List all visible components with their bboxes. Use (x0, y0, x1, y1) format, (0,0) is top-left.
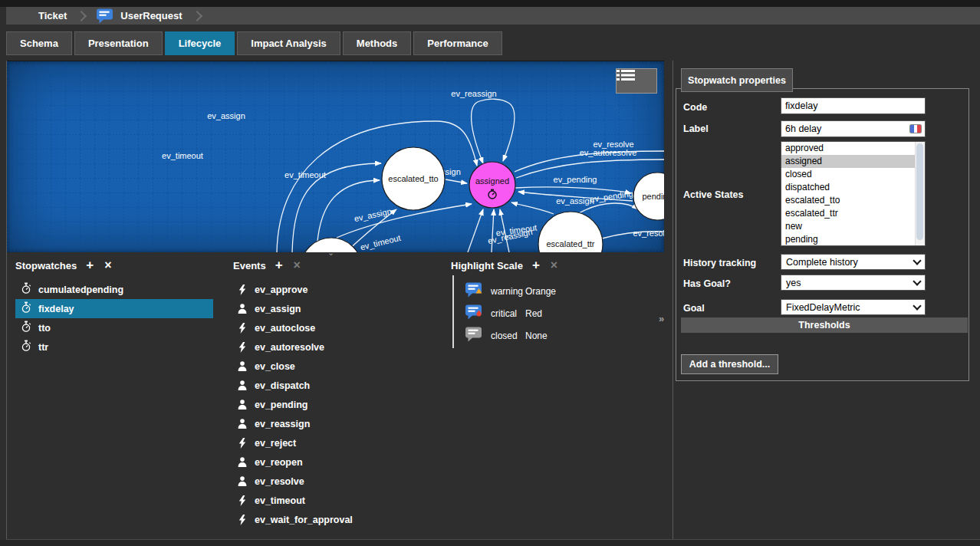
event-item-label: ev_resolve (255, 476, 304, 487)
event-item-ev_wait_for_approval[interactable]: ev_wait_for_approval (233, 510, 432, 529)
listbox-scrollbar[interactable] (915, 142, 925, 245)
properties-panel-title: Stopwatch properties (681, 68, 793, 92)
active-state-option-assigned[interactable]: assigned (781, 155, 925, 168)
active-state-option-escalated_ttr[interactable]: escalated_ttr (781, 207, 925, 220)
history-tracking-select[interactable]: Complete history (781, 254, 926, 270)
event-item-ev_timeout[interactable]: ev_timeout (233, 491, 432, 510)
stopwatch-item-label: fixdelay (38, 304, 74, 314)
breadcrumb: TicketUserRequest (6, 7, 980, 25)
highlight-item-closed[interactable]: closedNone (451, 324, 658, 347)
stopwatch-item-label: tto (38, 323, 51, 334)
highlight-item-warning[interactable]: warningOrange (451, 280, 658, 302)
tab-methods[interactable]: Methods (343, 31, 411, 55)
active-state-option-escalated_tto[interactable]: escalated_tto (781, 194, 925, 207)
tab-performance[interactable]: Performance (413, 31, 502, 55)
tab-lifecycle[interactable]: Lifecycle (165, 31, 235, 55)
edge-label: ev_autoresolve (580, 148, 637, 157)
thresholds-section-header: Thresholds (681, 317, 968, 333)
add-event-button[interactable]: + (275, 260, 283, 271)
highlight-item-label: critical (491, 308, 523, 319)
event-item-ev_close[interactable]: ev_close (233, 357, 432, 376)
edge-label: ev_resolve (633, 229, 664, 238)
goal-select[interactable]: FixedDelayMetric (781, 299, 926, 315)
lightning-icon (237, 515, 248, 525)
tab-presentation[interactable]: Presentation (74, 31, 163, 55)
highlight-item-critical[interactable]: criticalRed (451, 302, 658, 324)
add-threshold-button[interactable]: Add a threshold... (681, 354, 778, 374)
active-state-option-new[interactable]: new (781, 220, 925, 233)
stopwatch-item-label: cumulatedpending (38, 285, 123, 295)
lifecycle-canvas[interactable]: ev_assignev_timeoutev_timeoutev_reassign… (7, 61, 664, 252)
add-highlight-button[interactable]: + (532, 260, 540, 271)
bubble_warning-icon (465, 282, 483, 301)
stopwatch-item-tto[interactable]: tto (15, 318, 213, 337)
bubble_critical-icon (465, 304, 483, 323)
window-top-strip (0, 0, 980, 7)
canvas-collapse-handle[interactable]: ⌄ (327, 248, 334, 256)
add-stopwatch-button[interactable]: + (86, 260, 94, 271)
breadcrumb-item-userrequest[interactable]: UserRequest (120, 10, 182, 21)
active-state-option-pending[interactable]: pending (781, 233, 925, 246)
lightning-icon (237, 495, 248, 506)
state-diagram: ev_assignev_timeoutev_timeoutev_reassign… (7, 61, 664, 252)
close-highlight-button[interactable]: × (551, 260, 557, 271)
person-icon (237, 476, 248, 486)
has-goal-label: Has Goal? (683, 278, 731, 289)
edge-label: ev_pending (554, 175, 597, 184)
event-item-ev_reject[interactable]: ev_reject (233, 433, 432, 452)
event-item-label: ev_approve (255, 285, 307, 295)
listbox-scroll-thumb[interactable] (916, 143, 923, 240)
breadcrumb-item-ticket[interactable]: Ticket (38, 10, 67, 21)
event-item-ev_assign[interactable]: ev_assign (233, 299, 432, 318)
event-item-ev_autoclose[interactable]: ev_autoclose (233, 318, 432, 337)
active-state-option-approved[interactable]: approved (781, 142, 925, 155)
properties-collapse-arrow[interactable]: » (659, 313, 664, 324)
svg-text:assigned: assigned (475, 176, 509, 186)
goal-value: FixedDelayMetric (786, 302, 860, 313)
bubble_gray-icon (465, 327, 483, 345)
svg-text:escalated_ttr: escalated_ttr (547, 239, 595, 248)
close-events-button[interactable]: × (294, 260, 301, 271)
events-title: Events (233, 260, 266, 271)
layout-list-button[interactable] (616, 68, 657, 94)
has-goal-select[interactable]: yes (781, 275, 926, 291)
event-item-label: ev_pending (255, 400, 307, 410)
highlight-scale-title: Highlight Scale (451, 260, 523, 271)
panel-divider[interactable] (673, 61, 673, 539)
close-stopwatches-button[interactable]: × (104, 260, 111, 271)
window-bottom-strip (0, 540, 980, 546)
tab-schema[interactable]: Schema (6, 31, 72, 55)
stopwatches-title: Stopwatches (15, 260, 77, 271)
state-node-assigned[interactable]: assigned (469, 162, 515, 208)
content-left-border (6, 61, 7, 539)
event-item-ev_approve[interactable]: ev_approve (233, 280, 432, 299)
highlight-scale-panel: Highlight Scale + × warningOrangecritica… (451, 259, 658, 347)
event-item-label: ev_autoclose (255, 323, 315, 334)
active-state-option-closed[interactable]: closed (781, 168, 925, 181)
code-input[interactable] (781, 97, 926, 114)
lightning-icon (237, 323, 248, 334)
stopwatch-item-cumulatedpending[interactable]: cumulatedpending (15, 280, 213, 299)
highlight-item-value: Red (525, 308, 542, 319)
tab-impact-analysis[interactable]: Impact Analysis (237, 31, 340, 55)
person-icon (237, 419, 248, 429)
event-item-ev_reassign[interactable]: ev_reassign (233, 414, 432, 433)
chevron-down-icon (913, 301, 921, 310)
event-item-ev_resolve[interactable]: ev_resolve (233, 472, 432, 491)
stopwatch-item-fixdelay[interactable]: fixdelay (15, 299, 213, 318)
event-item-ev_autoresolve[interactable]: ev_autoresolve (233, 337, 432, 357)
event-item-label: ev_timeout (255, 495, 305, 506)
state-node-escalated_tto[interactable]: escalated_tto (382, 147, 445, 210)
label-input[interactable] (781, 120, 926, 137)
event-item-ev_reopen[interactable]: ev_reopen (233, 452, 432, 472)
event-item-ev_dispatch[interactable]: ev_dispatch (233, 376, 432, 395)
event-item-ev_pending[interactable]: ev_pending (233, 395, 432, 414)
active-states-listbox[interactable]: approvedassignedcloseddispatchedescalate… (781, 141, 926, 246)
person-icon (237, 380, 248, 390)
active-state-option-dispatched[interactable]: dispatched (781, 181, 925, 194)
highlight-item-label: closed (491, 331, 523, 341)
svg-text:pending: pending (642, 192, 664, 201)
event-item-label: ev_autoresolve (255, 342, 324, 353)
stopwatch-item-ttr[interactable]: ttr (15, 337, 213, 357)
lightning-icon (237, 285, 248, 295)
